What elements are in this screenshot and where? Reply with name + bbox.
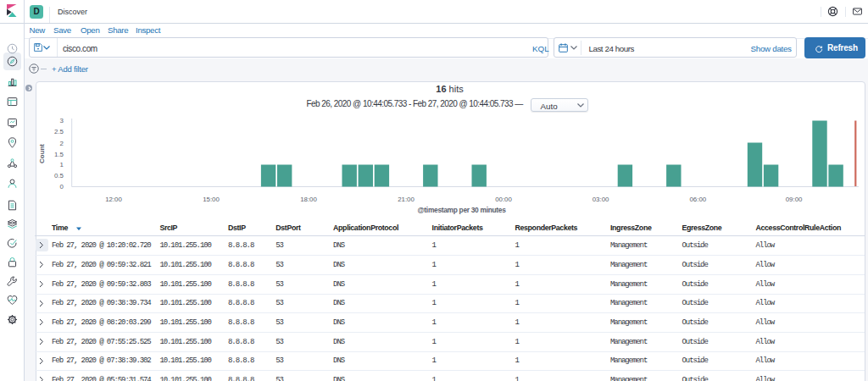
svg-text:1.5: 1.5 [54, 151, 64, 158]
svg-text:18:00: 18:00 [300, 196, 317, 203]
svg-text:00:00: 00:00 [495, 196, 512, 203]
svg-text:15:00: 15:00 [203, 196, 220, 203]
svg-text:09:00: 09:00 [786, 196, 803, 203]
svg-text:3: 3 [60, 117, 64, 124]
svg-text:21:00: 21:00 [398, 196, 415, 203]
svg-text:2.5: 2.5 [54, 128, 64, 135]
svg-text:2: 2 [60, 140, 64, 147]
svg-text:0.5: 0.5 [54, 172, 64, 179]
svg-text:1: 1 [60, 161, 64, 168]
svg-text:0: 0 [60, 183, 64, 190]
svg-text:@timestamp per 30 minutes: @timestamp per 30 minutes [418, 206, 507, 214]
svg-text:03:00: 03:00 [593, 196, 609, 203]
svg-text:12:00: 12:00 [105, 196, 122, 203]
svg-text:06:00: 06:00 [689, 196, 706, 203]
svg-text:Count: Count [38, 144, 46, 163]
